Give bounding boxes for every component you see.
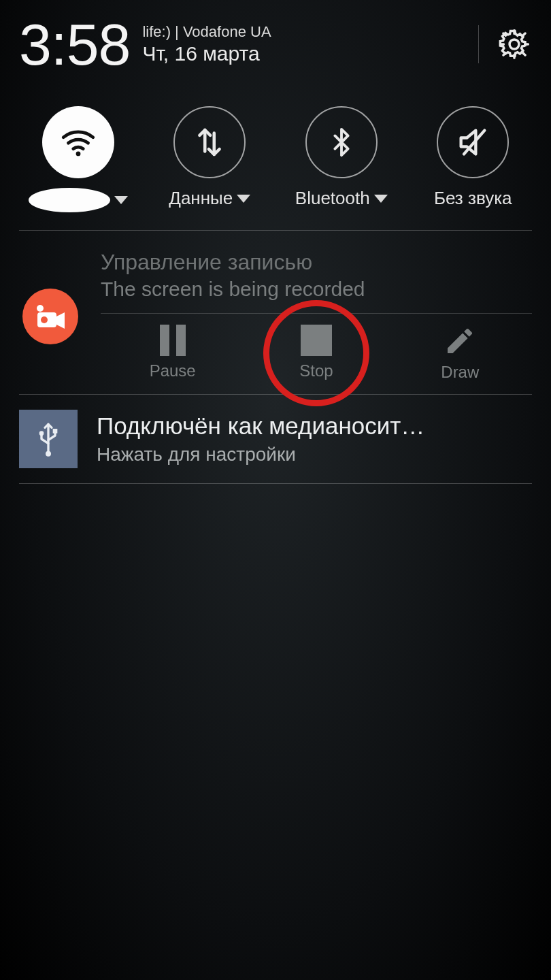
draw-label: Draw: [441, 363, 479, 382]
qs-data-label-row[interactable]: Данные: [169, 188, 250, 209]
stop-button[interactable]: Stop: [262, 325, 371, 382]
svg-point-1: [76, 152, 80, 157]
qs-mute-label-row[interactable]: Без звука: [434, 188, 512, 209]
divider: [19, 483, 532, 484]
usb-icon-box: [19, 410, 78, 468]
svg-point-3: [37, 305, 44, 312]
usb-icon: [35, 420, 62, 458]
qs-bluetooth-label: Bluetooth: [295, 188, 370, 209]
draw-button[interactable]: Draw: [405, 325, 514, 382]
wifi-toggle[interactable]: [42, 106, 114, 178]
data-toggle[interactable]: [173, 106, 246, 178]
usb-title: Подключён как медианосит…: [97, 412, 532, 440]
chevron-down-icon: [114, 196, 128, 204]
recorder-app-icon: [22, 289, 78, 344]
quick-settings-row: Данные Bluetooth Без звука: [0, 74, 551, 230]
camcorder-icon: [33, 303, 67, 330]
status-header: 3:58 life:) | Vodafone UA Чт, 16 марта: [0, 0, 551, 74]
usb-subtitle: Нажать для настройки: [97, 444, 532, 466]
bluetooth-icon: [326, 123, 357, 161]
data-arrows-icon: [191, 124, 228, 161]
svg-point-0: [510, 39, 519, 49]
chevron-down-icon: [374, 195, 388, 203]
qs-mute[interactable]: Без звука: [416, 106, 530, 212]
recorder-notification[interactable]: Управление записью The screen is being r…: [0, 231, 551, 394]
gear-icon: [497, 27, 532, 62]
qs-bluetooth[interactable]: Bluetooth: [284, 106, 399, 212]
svg-line-2: [464, 131, 484, 154]
chevron-down-icon: [237, 195, 250, 203]
svg-point-7: [39, 431, 44, 436]
recorder-subtitle: The screen is being recorded: [101, 278, 532, 301]
mute-toggle[interactable]: [437, 106, 509, 178]
clock: 3:58: [19, 15, 130, 74]
qs-wifi-label-row[interactable]: [29, 188, 128, 212]
qs-data-label: Данные: [169, 188, 233, 209]
mute-icon: [455, 125, 490, 160]
usb-notification[interactable]: Подключён как медианосит… Нажать для нас…: [0, 395, 551, 483]
qs-mute-label: Без звука: [434, 188, 512, 209]
svg-point-6: [46, 451, 51, 457]
qs-wifi[interactable]: [21, 106, 135, 212]
pause-icon: [160, 325, 186, 356]
pause-button[interactable]: Pause: [118, 325, 227, 382]
svg-rect-8: [53, 429, 58, 434]
settings-button[interactable]: [497, 27, 532, 62]
carrier-label: life:) | Vodafone UA: [142, 23, 271, 41]
wifi-ssid-masked: [29, 188, 110, 212]
header-divider: [478, 25, 479, 63]
stop-icon: [301, 325, 332, 356]
qs-data[interactable]: Данные: [152, 106, 267, 212]
wifi-icon: [59, 122, 98, 162]
bluetooth-toggle[interactable]: [305, 106, 378, 178]
date-label: Чт, 16 марта: [142, 42, 271, 65]
svg-point-5: [41, 316, 48, 323]
qs-bluetooth-label-row[interactable]: Bluetooth: [295, 188, 388, 209]
pause-label: Pause: [150, 361, 196, 380]
recorder-title: Управление записью: [101, 250, 532, 275]
stop-label: Stop: [299, 361, 333, 380]
status-meta: life:) | Vodafone UA Чт, 16 марта: [142, 23, 271, 65]
pencil-icon: [444, 325, 476, 357]
